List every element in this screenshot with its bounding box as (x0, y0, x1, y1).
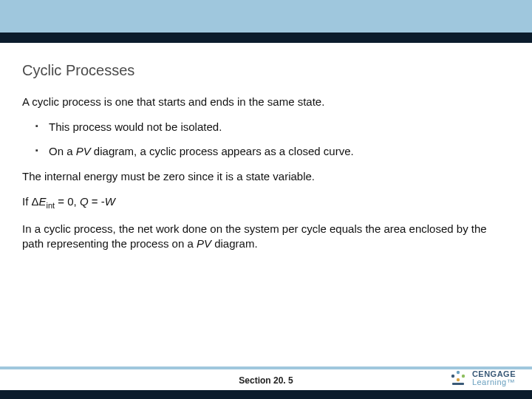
logo-text: CENGAGE Learning™ (472, 370, 516, 386)
p3-q: Q (80, 195, 89, 208)
header-band-dark (0, 33, 532, 43)
cengage-logo: CENGAGE Learning™ (449, 369, 516, 388)
slide: Cyclic Processes A cyclic process is one… (0, 0, 532, 399)
p3-eq: = - (89, 195, 105, 208)
bullet-1: This process would not be isolated. (22, 120, 510, 134)
p3-e: E (39, 195, 47, 208)
p3-sub: int (47, 201, 55, 210)
logo-mark-icon (449, 369, 468, 388)
p3-w: W (105, 195, 115, 208)
bullet-2: On a PV diagram, a cyclic process appear… (22, 144, 510, 159)
logo-line-2: Learning™ (472, 378, 516, 386)
bullet-2-pre: On a (49, 145, 76, 157)
p3-delta: Δ (32, 195, 39, 208)
svg-point-1 (457, 371, 460, 374)
svg-point-0 (451, 375, 454, 378)
svg-point-2 (462, 375, 465, 378)
bullet-list: This process would not be isolated. On a… (22, 120, 510, 159)
paragraph-3: If ΔEint = 0, Q = -W (22, 194, 510, 211)
bullet-2-pv: PV (76, 145, 91, 157)
p3-pre: If (22, 195, 32, 208)
p4-pv: PV (197, 237, 211, 250)
body-content: A cyclic process is one that starts and … (22, 95, 510, 262)
slide-title: Cyclic Processes (22, 62, 134, 79)
p3-mid: = 0, (55, 195, 80, 208)
paragraph-2: The internal energy must be zero since i… (22, 169, 510, 184)
paragraph-1: A cyclic process is one that starts and … (22, 95, 510, 109)
bullet-2-post: diagram, a cyclic process appears as a c… (91, 145, 354, 157)
svg-point-3 (457, 378, 460, 381)
footer: Section 20. 5 CENGAGE Learning™ (0, 364, 532, 399)
svg-rect-4 (452, 383, 464, 385)
paragraph-4: In a cyclic process, the net work done o… (22, 222, 510, 252)
footer-band-dark (0, 390, 532, 399)
p4-post: diagram. (211, 237, 258, 250)
